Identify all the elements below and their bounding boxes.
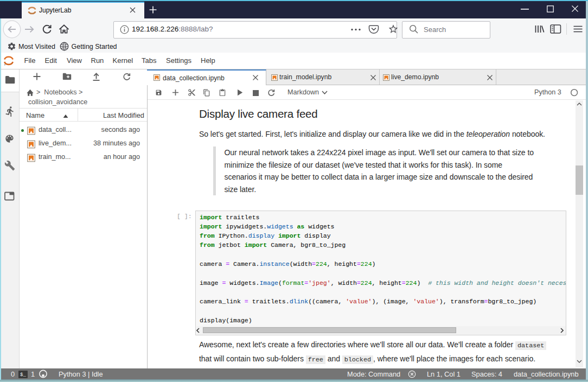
svg-text:$_: $_ — [20, 372, 26, 378]
